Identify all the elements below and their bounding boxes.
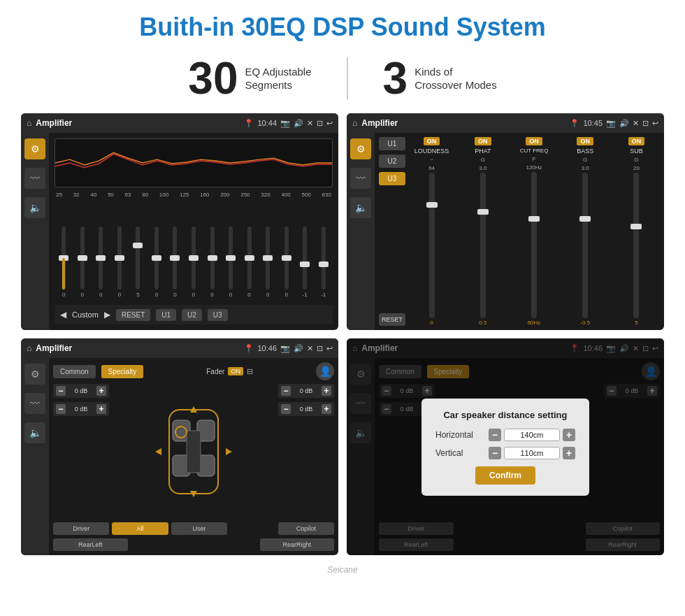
location-icon-2: 📍	[570, 119, 579, 128]
sub-slider[interactable]	[633, 173, 639, 318]
crossover-sidebar-eq[interactable]: ⚙	[350, 138, 371, 159]
preset-u1[interactable]: U1	[379, 137, 405, 150]
close-icon-2[interactable]: ✕	[633, 119, 639, 128]
vol-minus-2[interactable]: −	[56, 404, 66, 414]
btn-all[interactable]: All	[112, 522, 168, 535]
dialog-horizontal-row: Horizontal − 140cm +	[435, 429, 575, 441]
channel-loudness: ON LOUDNESS ~ 64 0	[408, 137, 455, 326]
window-icon-2: ⊡	[642, 119, 649, 128]
cutfreq-slider[interactable]	[531, 172, 537, 318]
channel-sub-on[interactable]: ON	[628, 137, 645, 145]
eq-u1-btn[interactable]: U1	[156, 309, 176, 321]
back-icon[interactable]: ↩	[326, 119, 333, 128]
vol-plus-4[interactable]: +	[322, 404, 331, 414]
vol-minus-3[interactable]: −	[281, 386, 291, 396]
dialog-vertical-control: − 110cm +	[489, 447, 575, 459]
eq-next-icon[interactable]: ▶	[104, 310, 110, 320]
eq-screen: ⌂ Amplifier 📍 10:44 📷 🔊 ✕ ⊡ ↩ ⚙ 〰 🔈	[21, 113, 338, 330]
eq-sidebar-wave[interactable]: 〰	[24, 168, 45, 189]
btn-rearright[interactable]: RearRight	[260, 538, 335, 551]
loudness-slider[interactable]	[429, 173, 435, 318]
channel-phat-label: PHAT	[475, 148, 491, 155]
close-icon[interactable]: ✕	[307, 119, 313, 128]
speaker-sidebar: ⚙ 〰 🔈	[21, 358, 49, 555]
dialog-vertical-minus[interactable]: −	[489, 447, 501, 459]
vol-db-2: 0 dB	[68, 406, 94, 413]
eq-topbar: ⌂ Amplifier 📍 10:44 📷 🔊 ✕ ⊡ ↩	[21, 113, 338, 133]
eq-u3-btn[interactable]: U3	[208, 309, 228, 321]
home-icon[interactable]: ⌂	[27, 118, 31, 128]
eq-freq-labels: 25 32 40 50 63 80 100 125 160 200 250 32…	[55, 192, 333, 198]
channel-phat-on[interactable]: ON	[475, 137, 491, 145]
speaker-body: ⚙ 〰 🔈 Common Specialty Fader ON ⊟ 👤	[21, 358, 338, 555]
speaker-sidebar-vol[interactable]: 🔈	[24, 422, 45, 443]
stat-crossover: 3 Kinds ofCrossover Modes	[348, 56, 532, 101]
speaker-main: Common Specialty Fader ON ⊟ 👤 −	[49, 358, 338, 555]
bass-slider[interactable]	[582, 173, 588, 318]
crossover-presets: U1 U2 U3 RESET	[379, 137, 405, 326]
home-icon-2[interactable]: ⌂	[352, 118, 357, 128]
eq-sidebar-eq[interactable]: ⚙	[24, 138, 45, 159]
window-icon-3: ⊡	[317, 344, 323, 353]
vol-plus-2[interactable]: +	[96, 404, 106, 414]
page-title: Buith-in 30EQ DSP Sound System	[0, 0, 685, 49]
channel-bass-on[interactable]: ON	[577, 137, 593, 145]
preset-reset[interactable]: RESET	[379, 313, 405, 326]
btn-rearleft[interactable]: RearLeft	[53, 538, 128, 551]
fader-on[interactable]: ON	[228, 367, 243, 375]
volume-icon-3: 🔊	[294, 344, 303, 353]
tab-common[interactable]: Common	[53, 365, 96, 378]
speaker-title: Amplifier	[36, 343, 240, 353]
right-vol-controls: − 0 dB + − 0 dB +	[278, 384, 334, 519]
close-icon-3[interactable]: ✕	[307, 344, 313, 353]
svg-rect-5	[187, 431, 201, 473]
dialog-horizontal-plus[interactable]: +	[563, 429, 575, 441]
confirm-button[interactable]: Confirm	[475, 466, 535, 485]
vol-row-1: − 0 dB +	[53, 384, 109, 398]
preset-u3[interactable]: U3	[379, 172, 405, 185]
channel-loudness-on[interactable]: ON	[424, 137, 440, 145]
dialog-vertical-label: Vertical	[435, 448, 484, 458]
btn-driver[interactable]: Driver	[53, 522, 109, 535]
crossover-topbar-right: 📍 10:45 📷 🔊 ✕ ⊡ ↩	[570, 119, 658, 128]
stats-row: 30 EQ AdjustableSegments 3 Kinds ofCross…	[0, 49, 685, 113]
eq-preset-label: Custom	[72, 310, 99, 319]
crossover-sidebar-wave[interactable]: 〰	[350, 168, 371, 189]
crossover-body: ⚙ 〰 🔈 U1 U2 U3 RESET ON LOUDNESS	[347, 133, 664, 330]
slider-col-1[interactable]: 0	[55, 227, 73, 298]
eq-time: 10:44	[257, 119, 277, 127]
home-icon-3[interactable]: ⌂	[27, 343, 31, 353]
vol-minus-1[interactable]: −	[56, 386, 66, 396]
vol-minus-4[interactable]: −	[281, 404, 291, 414]
channel-sub-label: SUB	[630, 148, 643, 155]
volume-icon-2: 🔊	[619, 119, 629, 128]
eq-sliders: 0 0 0 0 5	[55, 202, 333, 301]
stat-eq-number: 30	[188, 56, 238, 101]
channel-cutfreq-on[interactable]: ON	[526, 137, 542, 145]
eq-sidebar-vol[interactable]: 🔈	[24, 197, 45, 218]
screens-grid: ⌂ Amplifier 📍 10:44 📷 🔊 ✕ ⊡ ↩ ⚙ 〰 🔈	[0, 113, 685, 562]
speaker-bottom-btns-2: RearLeft RearRight	[53, 538, 334, 551]
speaker-sidebar-wave[interactable]: 〰	[24, 393, 45, 414]
btn-user[interactable]: User	[171, 522, 227, 535]
speaker-sidebar-eq[interactable]: ⚙	[24, 364, 45, 385]
vol-plus-1[interactable]: +	[96, 386, 106, 396]
eq-u2-btn[interactable]: U2	[182, 309, 202, 321]
channel-cutfreq: ON CUT FREQ F 120Hz 60Hz	[510, 137, 557, 326]
btn-copilot[interactable]: Copilot	[278, 522, 334, 535]
eq-reset-btn[interactable]: RESET	[116, 309, 150, 321]
vol-plus-3[interactable]: +	[322, 386, 331, 396]
preset-u2[interactable]: U2	[379, 155, 405, 168]
crossover-sidebar-vol[interactable]: 🔈	[350, 197, 371, 218]
back-icon-3[interactable]: ↩	[326, 344, 333, 353]
stat-eq: 30 EQ AdjustableSegments	[153, 56, 346, 101]
crossover-screen: ⌂ Amplifier 📍 10:45 📷 🔊 ✕ ⊡ ↩ ⚙ 〰 🔈 U1	[347, 113, 664, 330]
dialog-vertical-plus[interactable]: +	[563, 447, 575, 459]
tab-specialty[interactable]: Specialty	[101, 365, 144, 378]
eq-prev-icon[interactable]: ◀	[60, 310, 66, 320]
svg-marker-9	[155, 448, 161, 455]
phat-slider[interactable]	[480, 173, 486, 318]
dialog-horizontal-minus[interactable]: −	[489, 429, 501, 441]
crossover-topbar: ⌂ Amplifier 📍 10:45 📷 🔊 ✕ ⊡ ↩	[347, 113, 664, 133]
back-icon-2[interactable]: ↩	[652, 119, 658, 128]
